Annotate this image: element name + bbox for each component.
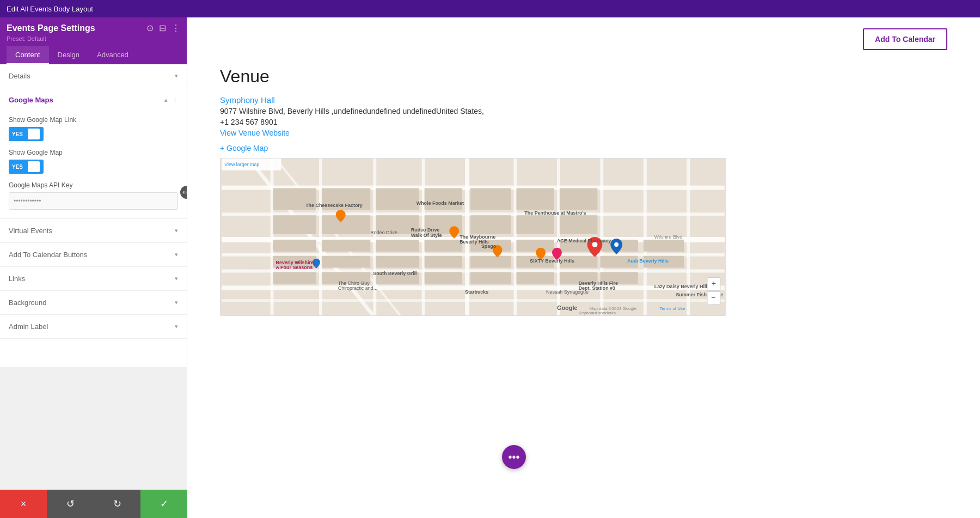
sidebar-content: Details ▾ Google Maps ▴ ⋮ <box>0 64 187 367</box>
section-background-header[interactable]: Background ▾ <box>0 291 187 314</box>
svg-text:Rodeo Drive: Rodeo Drive <box>411 227 440 233</box>
svg-rect-8 <box>271 159 274 315</box>
api-key-input[interactable] <box>9 192 178 210</box>
svg-text:+: + <box>712 279 716 288</box>
more-icon[interactable]: ⋮ <box>171 23 180 33</box>
venue-name-link[interactable]: Symphony Hall <box>220 95 947 105</box>
google-maps-more[interactable]: ⋮ <box>172 96 178 103</box>
section-links-header[interactable]: Links ▾ <box>0 267 187 290</box>
svg-rect-7 <box>222 299 725 302</box>
svg-rect-28 <box>560 188 598 210</box>
svg-rect-45 <box>376 256 419 268</box>
venue-section: Venue Symphony Hall 9077 Wilshire Blvd, … <box>220 61 947 316</box>
svg-rect-32 <box>516 215 554 234</box>
svg-point-63 <box>614 242 618 247</box>
section-admin-label: Admin Label ▾ <box>0 315 187 339</box>
dot-icon: ••• <box>508 451 519 464</box>
svg-rect-39 <box>516 240 554 252</box>
venue-title: Venue <box>220 66 947 87</box>
undo-button[interactable]: ↺ <box>47 490 94 518</box>
venue-website-link[interactable]: View Venue Website <box>220 129 947 137</box>
google-maps-chevron-up: ▴ <box>164 96 168 103</box>
save-button[interactable]: ✓ <box>140 490 187 518</box>
svg-rect-37 <box>425 240 463 252</box>
svg-rect-47 <box>470 256 511 268</box>
section-details-header[interactable]: Details ▾ <box>0 64 187 88</box>
show-map-label: Show Google Map <box>9 149 178 156</box>
svg-text:Whole Foods Market: Whole Foods Market <box>416 200 464 206</box>
sidebar-title: Events Page Settings <box>7 23 95 33</box>
section-virtual-events: Virtual Events ▾ <box>0 219 187 243</box>
svg-text:South Beverly Grill: South Beverly Grill <box>373 271 416 276</box>
redo-button[interactable]: ↻ <box>94 490 140 518</box>
svg-rect-15 <box>600 159 603 315</box>
venue-phone: +1 234 567 8901 <box>220 118 947 126</box>
toggle-handle-2 <box>28 161 40 172</box>
columns-icon[interactable]: ⊟ <box>159 23 166 33</box>
section-add-to-calendar-title: Add To Calendar Buttons <box>9 251 87 259</box>
toggle-handle <box>28 129 40 139</box>
api-key-label: Google Maps API Key <box>9 181 178 189</box>
show-map-link-toggle-row: YES <box>9 127 178 141</box>
close-button[interactable]: × <box>0 490 47 518</box>
svg-rect-44 <box>322 256 370 268</box>
section-admin-label-title: Admin Label <box>9 322 48 331</box>
section-add-to-calendar: Add To Calendar Buttons ▾ <box>0 243 187 267</box>
section-google-maps: Google Maps ▴ ⋮ Show Google Map Link YES <box>0 88 187 219</box>
sidebar-header: Events Page Settings ⊙ ⊟ ⋮ Preset: Defau… <box>0 17 187 64</box>
section-links-title: Links <box>9 275 25 283</box>
svg-text:Walk Of Style: Walk Of Style <box>411 233 442 238</box>
section-virtual-events-header[interactable]: Virtual Events ▾ <box>0 219 187 242</box>
show-map-toggle[interactable]: YES <box>9 160 44 174</box>
tab-content[interactable]: Content <box>7 46 49 64</box>
show-map-toggle-row: YES <box>9 160 178 174</box>
svg-text:Terms of Use: Terms of Use <box>660 306 685 311</box>
svg-text:Wilshire Blvd: Wilshire Blvd <box>654 234 683 240</box>
svg-text:Keyboard shortcuts: Keyboard shortcuts <box>579 310 616 315</box>
svg-text:Starbucks: Starbucks <box>465 289 488 295</box>
section-virtual-events-title: Virtual Events <box>9 227 52 235</box>
svg-rect-36 <box>376 240 419 252</box>
google-map-link[interactable]: + Google Map <box>220 144 947 153</box>
svg-text:−: − <box>711 293 715 302</box>
section-admin-label-header[interactable]: Admin Label ▾ <box>0 315 187 338</box>
bottom-toolbar: × ↺ ↻ ✓ <box>0 490 187 518</box>
svg-rect-52 <box>273 272 316 284</box>
add-to-calendar-button[interactable]: Add To Calendar <box>863 28 947 50</box>
svg-rect-31 <box>470 215 511 234</box>
section-links: Links ▾ <box>0 267 187 291</box>
svg-rect-10 <box>373 159 376 315</box>
svg-rect-26 <box>470 188 511 210</box>
target-icon[interactable]: ⊙ <box>146 23 154 33</box>
svg-text:SIXTY Beverly Hills: SIXTY Beverly Hills <box>530 258 574 264</box>
svg-rect-57 <box>516 272 554 284</box>
svg-text:The Cheesecake Factory: The Cheesecake Factory <box>305 203 363 208</box>
svg-rect-35 <box>322 240 370 252</box>
svg-rect-56 <box>470 272 511 284</box>
show-map-link-toggle[interactable]: YES <box>9 127 44 141</box>
floating-dot-button[interactable]: ••• <box>502 445 526 469</box>
svg-text:Chiropractic and...: Chiropractic and... <box>338 285 377 291</box>
tabs: Content Design Advanced <box>7 46 180 64</box>
map-container: Wilshire Blvd <box>220 158 726 316</box>
preset-label: Preset: Default <box>7 35 180 42</box>
svg-text:Google: Google <box>557 304 578 311</box>
svg-rect-13 <box>513 159 517 315</box>
top-bar-title: Edit All Events Body Layout <box>7 5 93 13</box>
sidebar-header-icons: ⊙ ⊟ ⋮ <box>146 23 180 33</box>
tab-design[interactable]: Design <box>49 46 88 64</box>
section-background-title: Background <box>9 298 46 307</box>
add-to-calendar-chevron: ▾ <box>175 251 178 258</box>
section-google-maps-header[interactable]: Google Maps ▴ ⋮ <box>0 88 187 112</box>
tab-advanced[interactable]: Advanced <box>88 46 137 64</box>
svg-rect-33 <box>560 215 598 234</box>
background-chevron: ▾ <box>175 299 178 306</box>
svg-text:The Penthouse at Mastro's: The Penthouse at Mastro's <box>524 210 586 216</box>
details-chevron: ▾ <box>175 72 178 80</box>
section-add-to-calendar-header[interactable]: Add To Calendar Buttons ▾ <box>0 243 187 266</box>
main-content: Add To Calendar Venue Symphony Hall 9077… <box>187 17 980 518</box>
section-background: Background ▾ <box>0 291 187 315</box>
svg-rect-24 <box>376 188 419 210</box>
svg-rect-22 <box>273 215 316 234</box>
svg-text:A Four Seasons: A Four Seasons <box>276 265 313 270</box>
